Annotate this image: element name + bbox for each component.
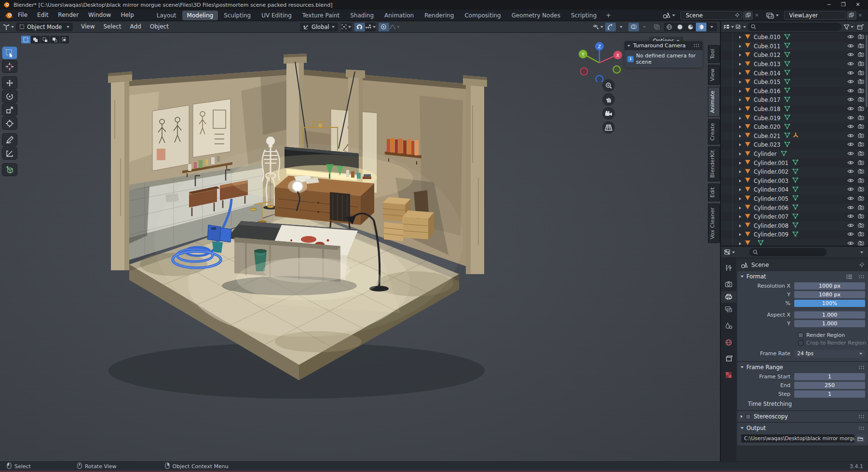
properties-search-input[interactable] <box>749 248 827 256</box>
object-name[interactable]: Cube.013 <box>754 61 780 68</box>
output-path-field[interactable]: C:\Users\waqas\Desktop\black mirror morg… <box>741 434 854 443</box>
outliner-row[interactable]: Cube.018 <box>721 105 868 114</box>
tool-add-cube[interactable] <box>2 163 17 176</box>
hide-in-viewport-toggle[interactable] <box>847 34 854 41</box>
maximize-button[interactable]: ❐ <box>836 0 851 10</box>
outliner-row[interactable]: Cube.011 <box>721 42 868 51</box>
overlays-toggle[interactable] <box>628 23 639 31</box>
stereoscopy-panel-header[interactable]: Stereoscopy <box>737 411 868 422</box>
aspect-x-field[interactable]: 1.000 <box>794 311 865 319</box>
select-mode-intersect[interactable] <box>60 36 69 43</box>
expand-icon[interactable] <box>739 215 741 218</box>
navigation-gizmo[interactable]: Z X Y <box>576 38 629 83</box>
expand-icon[interactable] <box>739 45 741 48</box>
disable-in-renders-toggle[interactable] <box>858 205 864 211</box>
disable-in-renders-toggle[interactable] <box>858 61 864 68</box>
outliner-row[interactable]: Cube.016 <box>721 87 868 96</box>
outliner-row[interactable]: Cube.017 <box>721 96 868 105</box>
resolution-x-field[interactable]: 1000 px <box>794 282 865 290</box>
disable-in-renders-toggle[interactable] <box>858 151 864 157</box>
menu-window[interactable]: Window <box>83 10 116 21</box>
expand-icon[interactable] <box>739 98 741 101</box>
outliner-row[interactable]: Cube.019 <box>721 113 868 123</box>
properties-tab-world[interactable] <box>721 336 736 348</box>
object-name[interactable]: Cylinder.009 <box>754 231 788 238</box>
shading-wireframe-button[interactable] <box>664 23 675 31</box>
frame-end-field[interactable]: 250 <box>794 382 865 389</box>
hide-in-viewport-toggle[interactable] <box>847 178 854 184</box>
outliner-display-mode-dropdown[interactable] <box>723 23 734 31</box>
outliner-row[interactable]: Cube.023 <box>721 140 868 150</box>
object-name[interactable]: Cube.016 <box>754 88 780 95</box>
stereoscopy-checkbox[interactable] <box>746 414 751 419</box>
frame-range-panel-header[interactable]: Frame Range <box>737 362 868 373</box>
disable-in-renders-toggle[interactable] <box>858 168 864 175</box>
render-region-checkbox[interactable] <box>798 333 803 338</box>
object-name[interactable]: Cylinder.001 <box>754 160 788 167</box>
tool-select-box[interactable] <box>2 46 17 59</box>
workspace-tab-modeling[interactable]: Modeling <box>182 11 218 20</box>
expand-icon[interactable] <box>739 135 741 138</box>
viewport-menu-select[interactable]: Select <box>99 21 125 32</box>
object-name[interactable]: Cube.018 <box>754 106 780 112</box>
pin-icon[interactable] <box>859 262 865 268</box>
outliner-row[interactable]: Cube.014 <box>721 69 868 78</box>
hide-in-viewport-toggle[interactable] <box>847 213 854 220</box>
disable-in-renders-toggle[interactable] <box>858 178 864 184</box>
expand-icon[interactable] <box>739 180 741 182</box>
hide-in-viewport-toggle[interactable] <box>847 151 854 157</box>
outliner-row[interactable]: Cylinder.002 <box>721 167 868 177</box>
hide-in-viewport-toggle[interactable] <box>847 141 854 148</box>
snap-settings-dropdown[interactable] <box>365 23 376 31</box>
shading-dropdown[interactable] <box>706 23 717 31</box>
properties-tab-scene[interactable] <box>721 320 736 332</box>
add-workspace-button[interactable]: + <box>602 12 615 19</box>
viewport-menu-view[interactable]: View <box>77 21 99 32</box>
disable-in-renders-toggle[interactable] <box>858 88 864 95</box>
close-button[interactable]: ✕ <box>851 0 865 10</box>
object-name[interactable]: Cube.019 <box>754 115 780 122</box>
hide-in-viewport-toggle[interactable] <box>847 231 854 238</box>
expand-icon[interactable] <box>739 90 741 93</box>
format-panel-header[interactable]: Format <box>737 271 868 282</box>
disable-in-renders-toggle[interactable] <box>858 97 864 103</box>
viewport-menu-add[interactable]: Add <box>126 21 146 32</box>
workspace-tab-layout[interactable]: Layout <box>152 11 181 20</box>
expand-icon[interactable] <box>739 81 741 83</box>
object-name[interactable]: Cube.010 <box>754 34 780 41</box>
object-name[interactable]: Cube.023 <box>754 141 780 148</box>
disable-in-renders-toggle[interactable] <box>858 231 864 238</box>
sidebar-tab-create[interactable]: Create <box>708 119 720 145</box>
outliner-row[interactable]: Cube.015 <box>721 78 868 87</box>
object-type-visibility-dropdown[interactable] <box>592 23 603 31</box>
hide-in-viewport-toggle[interactable] <box>847 106 854 112</box>
remove-viewlayer-button[interactable]: ✕ <box>856 13 864 18</box>
drag-handle-icon[interactable] <box>858 365 865 370</box>
expand-icon[interactable] <box>739 125 741 128</box>
outliner-filter-dropdown[interactable] <box>843 23 854 31</box>
outliner-row[interactable]: Cylinder.003 <box>721 177 868 186</box>
expand-icon[interactable] <box>739 72 741 75</box>
menu-edit[interactable]: Edit <box>32 10 53 21</box>
resolution-percentage-slider[interactable]: 100% <box>794 300 865 307</box>
workspace-tab-geometry-nodes[interactable]: Geometry Nodes <box>507 11 565 20</box>
panel-header[interactable]: Turnaround Camera <box>624 41 703 50</box>
disable-in-renders-toggle[interactable] <box>858 213 864 220</box>
crop-to-render-region-checkbox[interactable] <box>798 340 803 346</box>
hide-in-viewport-toggle[interactable] <box>847 61 854 68</box>
hide-in-viewport-toggle[interactable] <box>847 168 854 175</box>
new-collection-button[interactable] <box>855 23 866 31</box>
new-scene-button[interactable] <box>743 11 753 20</box>
outliner-row[interactable]: Cylinder.004 <box>721 185 868 194</box>
hide-in-viewport-toggle[interactable] <box>847 88 854 95</box>
frame-start-field[interactable]: 1 <box>794 373 865 380</box>
xray-toggle[interactable] <box>651 23 662 31</box>
expand-icon[interactable] <box>739 54 741 56</box>
disable-in-renders-toggle[interactable] <box>858 222 864 229</box>
disable-in-renders-toggle[interactable] <box>858 141 864 148</box>
sidebar-tab-edit[interactable]: Edit <box>708 183 720 201</box>
minimize-button[interactable]: ─ <box>822 0 836 10</box>
tool-measure[interactable] <box>2 147 17 160</box>
ortho-toggle-button[interactable] <box>602 121 615 134</box>
tool-scale[interactable] <box>2 103 17 116</box>
